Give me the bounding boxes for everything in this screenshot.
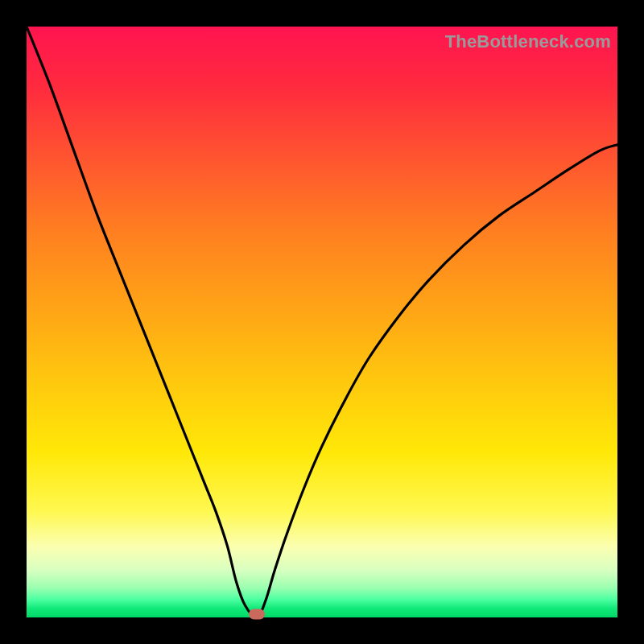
chart-frame: TheBottleneck.com <box>0 0 644 644</box>
optimum-marker <box>249 609 265 620</box>
plot-area: TheBottleneck.com <box>27 27 617 617</box>
bottleneck-curve <box>27 27 617 617</box>
